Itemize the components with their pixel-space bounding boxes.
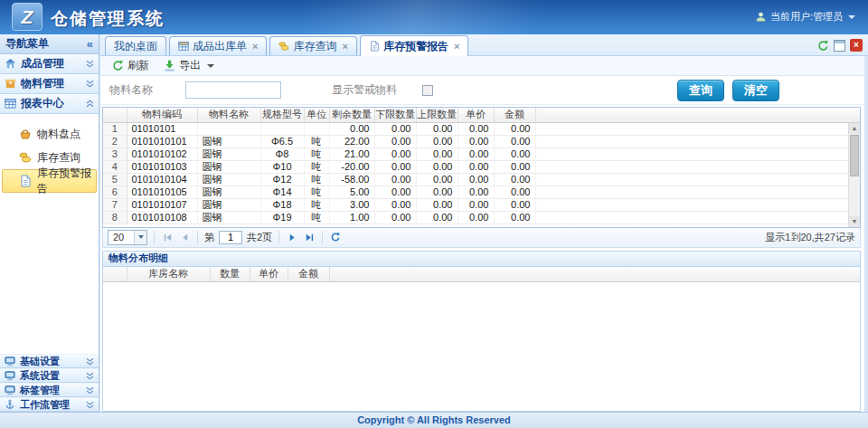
page-prefix-label: 第	[204, 231, 214, 244]
pager-bar: 20 第 共2页 显示1到20,共27记录	[102, 228, 861, 248]
sidebar-item-stocktake[interactable]: 物料盘点	[2, 122, 97, 146]
column-header[interactable]: 单位	[304, 108, 329, 122]
row-filler	[535, 174, 860, 186]
table-cell: 0.00	[458, 174, 494, 186]
row-filler	[535, 136, 860, 148]
sidebar-group-base-settings[interactable]: 基础设置	[0, 354, 99, 368]
table-cell: 0.00	[494, 199, 535, 212]
table-cell: Φ6.5	[260, 136, 304, 148]
sidebar-group-workflow[interactable]: 工作流管理	[0, 397, 99, 412]
sidebar-group-report-center[interactable]: 报表中心	[0, 94, 99, 114]
sidebar-group-materials[interactable]: 物料管理	[0, 74, 99, 94]
tab-close-icon[interactable]: ×	[454, 41, 459, 52]
chevron-double-down-icon	[86, 80, 94, 88]
column-header[interactable]: 单价	[250, 267, 288, 282]
table-row[interactable]: 20101010101圆钢Φ6.5吨22.000.000.000.000.00	[103, 136, 860, 148]
search-button[interactable]: 查询	[677, 80, 724, 101]
chevron-double-down-icon	[86, 401, 94, 409]
close-all-icon[interactable]: ×	[850, 39, 863, 52]
sidebar-collapse-button[interactable]: «	[87, 38, 93, 50]
tab-warning-report[interactable]: 库存预警报告 ×	[360, 35, 468, 56]
table-row[interactable]: 80101010108圆钢Φ19吨1.000.000.000.000.00	[103, 212, 860, 224]
tab-close-icon[interactable]: ×	[342, 41, 347, 52]
refresh-icon	[112, 60, 124, 71]
column-header[interactable]: 规格型号	[260, 108, 304, 122]
filter-bar: 物料名称 显示警戒物料 查询 清空	[100, 76, 864, 105]
footer: Copyright © All Rights Reserved	[0, 412, 868, 428]
sidebar-item-warning-report[interactable]: 库存预警报告	[2, 169, 97, 193]
column-header[interactable]: 物料名称	[197, 108, 260, 122]
row-number: 3	[103, 148, 127, 161]
header-filler	[329, 267, 860, 282]
page-number-input[interactable]	[219, 231, 242, 244]
page-icon	[369, 41, 380, 52]
table-row[interactable]: 60101010105圆钢Φ14吨5.000.000.000.000.00	[103, 186, 860, 199]
tab-my-desktop[interactable]: 我的桌面	[105, 36, 166, 55]
export-button[interactable]: 导出	[157, 57, 221, 74]
sidebar-item-label: 库存预警报告	[37, 166, 96, 196]
table-cell	[304, 123, 329, 136]
column-header[interactable]: 下限数量	[374, 108, 416, 122]
user-icon	[755, 11, 767, 23]
table-cell: 21.00	[329, 148, 374, 161]
table-cell: 吨	[304, 161, 329, 174]
reload-page-icon[interactable]	[329, 231, 342, 243]
column-header[interactable]: 库房名称	[127, 267, 210, 282]
vertical-scrollbar[interactable]: ▲ ▼	[848, 123, 860, 227]
prev-page-icon[interactable]	[178, 231, 191, 243]
tab-label: 成品出库单	[193, 39, 247, 54]
tab-label: 我的桌面	[114, 39, 157, 54]
table-cell: 0.00	[458, 186, 494, 199]
column-header[interactable]: 上限数量	[416, 108, 458, 122]
report-grid-icon	[5, 98, 16, 109]
column-header[interactable]: 物料编码	[127, 108, 197, 122]
page-size-select[interactable]: 20	[108, 230, 147, 245]
scrollbar-thumb[interactable]	[850, 135, 859, 176]
tab-outbound-order[interactable]: 成品出库单 ×	[169, 36, 267, 55]
sidebar-group-label-manage[interactable]: 标签管理	[0, 383, 99, 397]
column-header[interactable]: 剩余数量	[329, 108, 374, 122]
last-page-icon[interactable]	[303, 231, 316, 243]
tab-label: 库存查询	[293, 39, 336, 54]
sidebar-group-system-settings[interactable]: 系统设置	[0, 368, 99, 383]
table-cell: 0.00	[494, 123, 535, 136]
column-header[interactable]: 数量	[210, 267, 250, 282]
tab-close-icon[interactable]: ×	[252, 41, 258, 52]
row-number: 2	[103, 136, 127, 148]
table-row[interactable]: 50101010104圆钢Φ12吨-58.000.000.000.000.00	[103, 174, 860, 186]
material-name-input[interactable]	[185, 81, 281, 99]
next-page-icon[interactable]	[286, 231, 298, 243]
table-row[interactable]: 1010101010.000.000.000.000.00	[103, 123, 860, 136]
table-cell: Φ18	[260, 199, 304, 212]
table-cell: 0101010108	[127, 212, 197, 224]
scroll-down-icon[interactable]: ▼	[849, 216, 860, 227]
page-size-value: 20	[108, 232, 134, 243]
warn-checkbox[interactable]	[422, 85, 433, 96]
column-header[interactable]: 金额	[288, 267, 329, 282]
refresh-tabs-icon[interactable]	[817, 40, 829, 52]
sidebar-group-label: 成品管理	[21, 56, 64, 71]
basket-icon	[19, 128, 32, 140]
refresh-button[interactable]: 刷新	[106, 57, 156, 74]
clear-button[interactable]: 清空	[732, 80, 779, 101]
table-cell: 0.00	[374, 199, 416, 212]
table-row[interactable]: 40101010103圆钢Φ10吨-20.000.000.000.000.00	[103, 161, 860, 174]
table-cell: Φ10	[260, 161, 304, 174]
table-row[interactable]: 70101010107圆钢Φ18吨3.000.000.000.000.00	[103, 199, 860, 212]
maximize-icon[interactable]	[834, 40, 845, 52]
table-row[interactable]: 30101010102圆钢Φ8吨21.000.000.000.000.00	[103, 148, 860, 161]
coins-icon	[19, 151, 32, 164]
sidebar: 导航菜单 « 成品管理 物料管理 报表中心	[0, 34, 99, 412]
sidebar-group-finished-goods[interactable]: 成品管理	[0, 54, 99, 74]
user-menu[interactable]: 当前用户:管理员	[755, 10, 855, 24]
row-number: 8	[103, 212, 127, 224]
first-page-icon[interactable]	[161, 231, 174, 243]
table-cell: 圆钢	[197, 148, 260, 161]
table-cell: 0.00	[494, 161, 535, 174]
column-header[interactable]: 单价	[458, 108, 494, 122]
tab-inventory-query[interactable]: 库存查询 ×	[269, 36, 356, 55]
table-cell: 0.00	[416, 123, 458, 136]
column-header[interactable]: 金额	[494, 108, 535, 122]
app-logo: Z	[12, 3, 42, 31]
scroll-up-icon[interactable]: ▲	[849, 123, 860, 134]
